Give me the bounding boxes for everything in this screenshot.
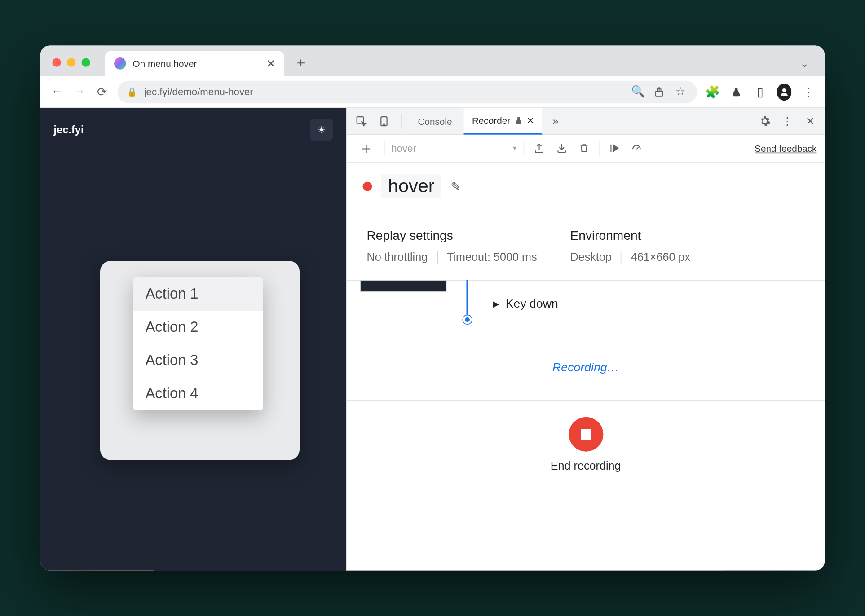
send-feedback-link[interactable]: Send feedback — [755, 143, 816, 154]
timeout-value[interactable]: Timeout: 5000 ms — [447, 251, 537, 264]
tab-console[interactable]: Console — [410, 108, 460, 134]
replay-settings: Replay settings No throttling Timeout: 5… — [366, 228, 537, 264]
flask-icon — [514, 116, 523, 125]
menu-item[interactable]: Action 2 — [133, 311, 263, 344]
toolbar: ← → ⟳ 🔒 jec.fyi/demo/menu-hover 🔍 ☆ 🧩 ▯ — [40, 76, 825, 108]
devtools-panel: Console Recorder ✕ » ⋮ ✕ ＋ — [346, 108, 825, 571]
replay-settings-heading: Replay settings — [366, 228, 537, 243]
end-recording-label: End recording — [551, 459, 621, 473]
recording-settings: Replay settings No throttling Timeout: 5… — [347, 216, 825, 281]
window-minimize-button[interactable] — [67, 58, 75, 67]
new-recording-button[interactable]: ＋ — [355, 138, 377, 158]
window-maximize-button[interactable] — [82, 58, 90, 67]
tabs-dropdown-button[interactable]: ⌄ — [800, 57, 808, 70]
back-button[interactable]: ← — [50, 85, 65, 99]
tab-label: Recorder — [472, 115, 510, 126]
environment-settings: Environment Desktop 461×660 px — [570, 228, 690, 264]
steps-area: ▶ Key down Recording… — [347, 281, 825, 400]
stop-icon — [580, 429, 591, 440]
tab-title: On menu hover — [133, 58, 197, 69]
recording-select-value: hover — [391, 142, 416, 154]
browser-tab[interactable]: On menu hover ✕ — [105, 51, 284, 76]
svg-marker-6 — [613, 145, 618, 152]
page-header: jec.fyi ☀ — [40, 108, 346, 152]
profile-avatar[interactable] — [777, 83, 792, 100]
reload-button[interactable]: ⟳ — [95, 84, 110, 99]
edit-title-icon[interactable]: ✎ — [450, 179, 461, 194]
end-recording-area: End recording — [347, 400, 825, 489]
inspect-element-icon[interactable] — [352, 112, 371, 130]
environment-device[interactable]: Desktop — [570, 251, 612, 264]
hover-menu: Action 1 Action 2 Action 3 Action 4 — [133, 277, 263, 410]
omnibox-actions: 🔍 ☆ — [631, 85, 688, 99]
step-timeline — [466, 280, 468, 320]
labs-icon[interactable] — [729, 86, 744, 98]
more-tabs-icon[interactable]: » — [546, 112, 565, 130]
new-tab-button[interactable]: ＋ — [291, 52, 311, 72]
timeline-node-icon — [463, 315, 472, 324]
expand-triangle-icon: ▶ — [493, 299, 499, 308]
recording-indicator-icon — [363, 182, 372, 191]
end-recording-button[interactable] — [569, 417, 603, 452]
recording-status: Recording… — [347, 361, 825, 374]
extensions-icon[interactable]: 🧩 — [705, 84, 720, 99]
svg-point-1 — [782, 88, 786, 92]
star-icon[interactable]: ☆ — [673, 85, 688, 99]
recording-title[interactable]: hover — [381, 175, 441, 198]
share-icon[interactable] — [652, 86, 666, 97]
device-toggle-icon[interactable] — [375, 112, 393, 130]
web-page: jec.fyi ☀ Hover me! Action 1 Action 2 Ac… — [40, 108, 346, 571]
recorder-toolbar: ＋ hover ▾ — [347, 135, 825, 163]
devtools-menu-icon[interactable]: ⋮ — [778, 112, 797, 130]
browser-window: On menu hover ✕ ＋ ⌄ ← → ⟳ 🔒 jec.fyi/demo… — [40, 45, 825, 570]
export-icon[interactable] — [531, 142, 547, 154]
devtools-tabbar: Console Recorder ✕ » ⋮ ✕ — [347, 108, 825, 135]
address-bar[interactable]: 🔒 jec.fyi/demo/menu-hover 🔍 ☆ — [117, 80, 697, 103]
delete-icon[interactable] — [576, 142, 592, 154]
window-close-button[interactable] — [52, 58, 61, 67]
browser-menu-button[interactable]: ⋮ — [801, 84, 816, 99]
menu-item[interactable]: Action 1 — [133, 277, 263, 311]
tab-favicon-icon — [114, 57, 126, 70]
tab-close-button[interactable]: ✕ — [266, 57, 275, 70]
zoom-out-icon[interactable]: 🔍 — [631, 85, 645, 99]
recording-select[interactable]: hover ▾ — [391, 142, 524, 154]
content-split: jec.fyi ☀ Hover me! Action 1 Action 2 Ac… — [40, 108, 825, 571]
forward-button[interactable]: → — [72, 85, 87, 99]
url-text: jec.fyi/demo/menu-hover — [144, 86, 253, 97]
tab-label: Console — [418, 116, 452, 127]
step-name: Key down — [506, 297, 558, 311]
environment-heading: Environment — [570, 228, 690, 243]
theme-toggle-button[interactable]: ☀ — [310, 119, 333, 141]
sun-icon: ☀ — [317, 124, 326, 136]
extension-icons: 🧩 ▯ ⋮ — [705, 83, 816, 100]
site-name: jec.fyi — [53, 124, 84, 136]
chevron-down-icon: ▾ — [513, 144, 517, 152]
speed-icon[interactable] — [629, 142, 645, 154]
replay-icon[interactable] — [606, 142, 622, 154]
recording-title-row: hover ✎ — [347, 163, 825, 216]
environment-size[interactable]: 461×660 px — [631, 251, 690, 264]
throttling-value[interactable]: No throttling — [366, 251, 428, 264]
tab-close-icon[interactable]: ✕ — [527, 115, 534, 125]
step-row[interactable]: ▶ Key down — [493, 297, 558, 311]
settings-icon[interactable] — [755, 112, 774, 130]
import-icon[interactable] — [553, 142, 569, 154]
reader-icon[interactable]: ▯ — [753, 84, 768, 99]
menu-item[interactable]: Action 4 — [133, 377, 263, 410]
window-controls — [52, 58, 90, 67]
tab-strip: On menu hover ✕ ＋ ⌄ — [40, 45, 825, 76]
step-screenshot-thumb[interactable] — [360, 280, 446, 292]
devtools-close-icon[interactable]: ✕ — [801, 112, 819, 130]
menu-item[interactable]: Action 3 — [133, 344, 263, 377]
lock-icon: 🔒 — [127, 87, 137, 97]
tab-recorder[interactable]: Recorder ✕ — [464, 108, 542, 134]
